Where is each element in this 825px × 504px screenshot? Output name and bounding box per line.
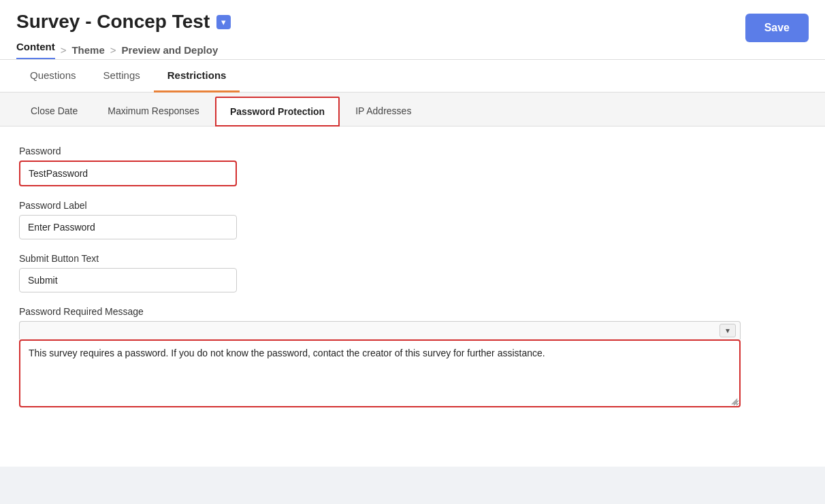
sub-tabs-row: Close Date Maximum Responses Password Pr… xyxy=(0,93,825,127)
password-label-input[interactable] xyxy=(19,215,237,239)
textarea-toolbar: ▾ xyxy=(19,321,741,339)
password-label-group: Password Label xyxy=(19,200,806,239)
survey-title-row: Survey - Concep Test ▾ Save xyxy=(16,11,809,33)
subtab-close-date[interactable]: Close Date xyxy=(16,97,92,127)
password-label: Password xyxy=(19,146,806,156)
submit-button-text-group: Submit Button Text xyxy=(19,253,806,292)
save-button[interactable]: Save xyxy=(745,14,809,42)
password-required-message-group: Password Required Message ▾ This survey … xyxy=(19,306,806,407)
submit-button-text-label: Submit Button Text xyxy=(19,253,806,264)
survey-title: Survey - Concep Test xyxy=(16,11,210,33)
breadcrumb-preview-deploy[interactable]: Preview and Deploy xyxy=(122,44,219,56)
password-group: Password xyxy=(19,146,806,186)
subtab-password-protection[interactable]: Password Protection xyxy=(215,97,340,127)
tab-settings[interactable]: Settings xyxy=(90,60,154,93)
resize-handle-icon: ◢ xyxy=(731,396,737,405)
tab-restrictions[interactable]: Restrictions xyxy=(154,60,240,93)
password-required-message-textarea[interactable]: This survey requires a password. If you … xyxy=(19,339,741,407)
breadcrumb-sep-1: > xyxy=(61,44,67,56)
password-input[interactable] xyxy=(19,161,237,186)
tab-questions[interactable]: Questions xyxy=(16,60,90,93)
breadcrumb: Content > Theme > Preview and Deploy xyxy=(16,41,809,59)
breadcrumb-sep-2: > xyxy=(110,44,116,56)
main-content: Password Password Label Submit Button Te… xyxy=(0,127,825,467)
textarea-wrapper: This survey requires a password. If you … xyxy=(19,339,741,407)
textarea-dropdown-button[interactable]: ▾ xyxy=(719,324,736,337)
subtab-ip-addresses[interactable]: IP Addresses xyxy=(341,97,425,127)
app-header: Survey - Concep Test ▾ Save Content > Th… xyxy=(0,0,825,60)
password-label-label: Password Label xyxy=(19,200,806,211)
breadcrumb-content[interactable]: Content xyxy=(16,41,55,59)
main-tabs-row: Questions Settings Restrictions xyxy=(0,60,825,93)
breadcrumb-theme[interactable]: Theme xyxy=(71,44,104,56)
submit-button-text-input[interactable] xyxy=(19,268,237,292)
subtab-maximum-responses[interactable]: Maximum Responses xyxy=(93,97,214,127)
title-dropdown-button[interactable]: ▾ xyxy=(216,15,231,29)
password-required-message-label: Password Required Message xyxy=(19,306,806,317)
